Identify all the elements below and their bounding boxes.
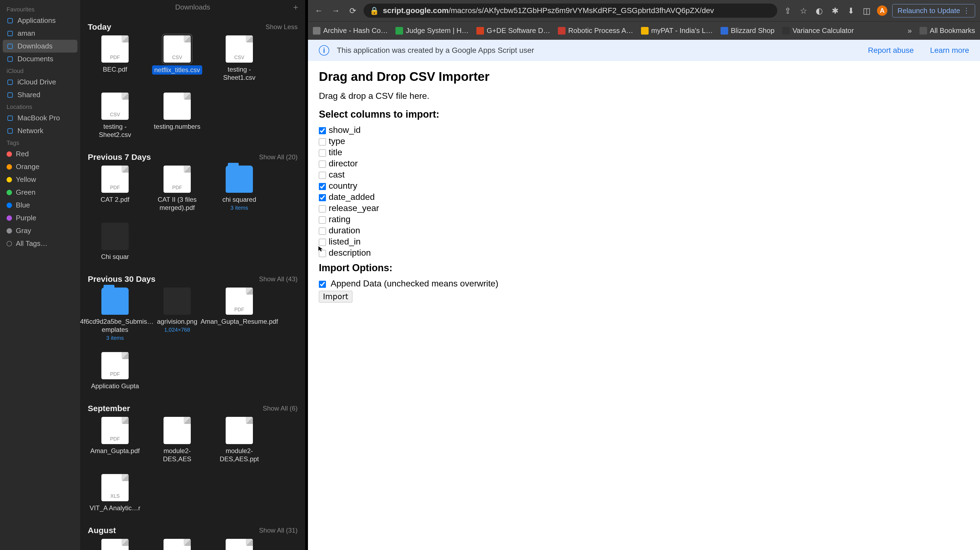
- side-panel-icon[interactable]: ◫: [861, 5, 872, 16]
- file-item[interactable]: CSVnetflix_titles.csv: [150, 35, 204, 82]
- column-option-description[interactable]: description: [319, 248, 969, 258]
- column-checkbox-director[interactable]: [319, 161, 326, 168]
- sidebar-item-documents[interactable]: Documents: [0, 52, 80, 65]
- column-option-title[interactable]: title: [319, 147, 969, 157]
- drop-zone-text[interactable]: Drag & drop a CSV file here.: [319, 91, 969, 101]
- file-item[interactable]: PDF1-s2.0-S15684…main.pdf: [212, 539, 267, 550]
- column-option-duration[interactable]: duration: [319, 225, 969, 236]
- show-all-link[interactable]: Show All (20): [259, 153, 298, 161]
- append-checkbox[interactable]: [319, 281, 326, 288]
- column-option-date_added[interactable]: date_added: [319, 192, 969, 202]
- column-checkbox-cast[interactable]: [319, 172, 326, 179]
- address-bar[interactable]: 🔒 script.google.com/macros/s/AKfycbw51ZG…: [364, 3, 777, 18]
- column-checkbox-country[interactable]: [319, 183, 326, 190]
- report-abuse-link[interactable]: Report abuse: [868, 46, 914, 55]
- bookmark-item[interactable]: Variance Calculator: [782, 26, 854, 35]
- extensions-puzzle-icon[interactable]: ✱: [830, 5, 840, 16]
- file-item[interactable]: PDFApplicatio Gupta: [88, 352, 142, 390]
- file-item[interactable]: CSVtesting - Sheet1.csv: [212, 35, 267, 82]
- file-item[interactable]: PDF1-s2.0-S15684…main.pdf: [150, 539, 204, 550]
- column-checkbox-duration[interactable]: [319, 228, 326, 235]
- forward-button[interactable]: →: [330, 5, 342, 17]
- show-all-link[interactable]: Show Less: [266, 23, 298, 31]
- bookmark-item[interactable]: Archive - Hash Co…: [313, 26, 388, 35]
- column-checkbox-title[interactable]: [319, 149, 326, 157]
- file-item[interactable]: PDF1-s2.0-S15684…main.pdf: [88, 539, 142, 550]
- bookmark-item[interactable]: Blizzard Shop: [721, 26, 775, 35]
- extension-icon[interactable]: ◐: [814, 5, 825, 16]
- column-option-show_id[interactable]: show_id: [319, 125, 969, 135]
- column-checkbox-show_id[interactable]: [319, 127, 326, 134]
- column-option-director[interactable]: director: [319, 159, 969, 168]
- reload-button[interactable]: ⟳: [347, 5, 359, 17]
- learn-more-link[interactable]: Learn more: [930, 46, 969, 55]
- sidebar-item-all-tags-[interactable]: All Tags…: [0, 237, 80, 250]
- file-item[interactable]: PDFCAT II (3 files merged).pdf: [150, 166, 204, 212]
- bookmark-item[interactable]: G+DE Software D…: [476, 26, 550, 35]
- sidebar-item-label: Applications: [18, 16, 56, 25]
- new-folder-icon[interactable]: ＋: [291, 2, 300, 13]
- sidebar-item-network[interactable]: Network: [0, 124, 80, 137]
- sidebar-item-red[interactable]: Red: [0, 147, 80, 160]
- column-checkbox-rating[interactable]: [319, 216, 326, 223]
- file-item[interactable]: PDFBEC.pdf: [88, 35, 142, 82]
- file-item[interactable]: CSVtesting - Sheet2.csv: [88, 93, 142, 139]
- window-divider[interactable]: [305, 0, 308, 550]
- downloads-icon[interactable]: ⬇: [845, 5, 856, 16]
- column-checkbox-type[interactable]: [319, 138, 326, 146]
- relaunch-button[interactable]: Relaunch to Update⋮: [892, 4, 975, 17]
- all-bookmarks-button[interactable]: All Bookmarks: [920, 26, 975, 35]
- bookmark-star-icon[interactable]: ☆: [798, 5, 809, 16]
- file-item[interactable]: module2-DES,AES: [150, 417, 204, 463]
- sidebar-item-green[interactable]: Green: [0, 186, 80, 199]
- file-item[interactable]: 64f6cd9d2a5be_Submis…emplates3 items: [88, 287, 142, 341]
- sidebar-item-gray[interactable]: Gray: [0, 224, 80, 237]
- file-item[interactable]: PDFAman_Gupta_Resume.pdf: [212, 287, 267, 341]
- file-item[interactable]: testing.numbers: [150, 93, 204, 139]
- column-checkbox-release_year[interactable]: [319, 205, 326, 212]
- sidebar-item-purple[interactable]: Purple: [0, 212, 80, 224]
- sidebar-item-yellow[interactable]: Yellow: [0, 173, 80, 186]
- column-option-release_year[interactable]: release_year: [319, 203, 969, 213]
- column-checkbox-description[interactable]: [319, 250, 326, 257]
- bookmark-item[interactable]: myPAT - India's L…: [641, 26, 713, 35]
- column-option-rating[interactable]: rating: [319, 214, 969, 224]
- bookmark-item[interactable]: Judge System | H…: [395, 26, 469, 35]
- file-item[interactable]: chi squared3 items: [212, 166, 267, 212]
- sidebar-item-label: Yellow: [16, 175, 36, 184]
- sidebar-item-blue[interactable]: Blue: [0, 199, 80, 212]
- show-all-link[interactable]: Show All (43): [259, 275, 298, 283]
- file-item[interactable]: module2-DES,AES.ppt: [212, 417, 267, 463]
- column-option-type[interactable]: type: [319, 136, 969, 146]
- column-option-cast[interactable]: cast: [319, 170, 969, 180]
- show-all-link[interactable]: Show All (31): [259, 526, 298, 534]
- bookmarks-overflow-icon[interactable]: »: [907, 26, 912, 35]
- column-option-listed_in[interactable]: listed_in: [319, 236, 969, 247]
- share-icon[interactable]: ⇪: [782, 5, 793, 16]
- file-item[interactable]: Chi squar: [88, 223, 142, 261]
- finder-section: Previous 7 DaysShow All (20)PDFCAT 2.pdf…: [80, 144, 305, 266]
- column-checkbox-date_added[interactable]: [319, 194, 326, 201]
- sidebar-item-aman[interactable]: aman: [0, 27, 80, 40]
- file-item[interactable]: PDFAman_Gupta.pdf: [88, 417, 142, 463]
- tag-dot-icon: [6, 177, 12, 182]
- sidebar-item-downloads[interactable]: Downloads: [3, 40, 77, 52]
- sidebar-item-macbook-pro[interactable]: MacBook Pro: [0, 112, 80, 124]
- file-name: CAT II (3 files merged).pdf: [150, 195, 204, 212]
- sidebar-item-icloud-drive[interactable]: iCloud Drive: [0, 76, 80, 89]
- sidebar-item-orange[interactable]: Orange: [0, 160, 80, 173]
- append-option[interactable]: Append Data (unchecked means overwrite): [319, 279, 969, 288]
- bookmark-item[interactable]: Robotic Process A…: [558, 26, 633, 35]
- column-checkbox-listed_in[interactable]: [319, 239, 326, 246]
- profile-avatar[interactable]: A: [877, 5, 887, 16]
- tag-dot-icon: [6, 151, 12, 157]
- file-item[interactable]: XLSVIT_A Analytic…r: [88, 474, 142, 512]
- sidebar-item-shared[interactable]: Shared: [0, 89, 80, 101]
- file-item[interactable]: PDFCAT 2.pdf: [88, 166, 142, 212]
- column-option-country[interactable]: country: [319, 181, 969, 191]
- back-button[interactable]: ←: [313, 5, 325, 17]
- show-all-link[interactable]: Show All (6): [263, 404, 298, 412]
- import-button[interactable]: Import: [319, 291, 352, 303]
- file-item[interactable]: agrivision.png1,024×768: [150, 287, 204, 341]
- sidebar-item-applications[interactable]: Applications: [0, 14, 80, 27]
